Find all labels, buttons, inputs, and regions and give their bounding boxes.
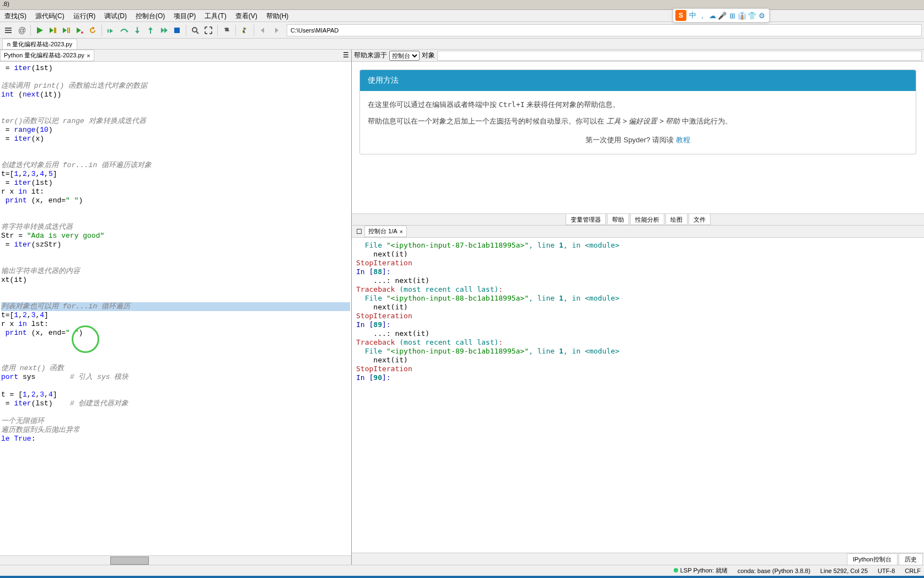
right-tab-变量管理器[interactable]: 变量管理器 — [566, 214, 606, 225]
console-tab[interactable]: 控制台 1/A × — [364, 226, 407, 237]
code-line[interactable] — [1, 285, 350, 293]
run-selection-icon[interactable] — [73, 24, 85, 36]
code-line[interactable] — [1, 258, 350, 267]
console-navigate-icon[interactable]: ☐ — [356, 228, 362, 236]
right-tab-文件[interactable]: 文件 — [689, 214, 711, 225]
code-line[interactable]: 一个无限循环 — [1, 417, 350, 426]
code-line[interactable]: int (next(it)) — [1, 90, 350, 99]
preferences-icon[interactable] — [221, 24, 233, 36]
code-line[interactable] — [1, 152, 350, 161]
ime-item[interactable]: ⚙ — [757, 10, 767, 20]
windows-taskbar[interactable] — [0, 576, 924, 578]
run-cell-icon[interactable] — [47, 24, 59, 36]
menu-工具(T)[interactable]: 工具(T) — [200, 10, 230, 22]
code-line[interactable]: = iter(lst) # 创建迭代器对象 — [1, 399, 350, 408]
code-line[interactable]: 将字符串转换成迭代器 — [1, 223, 350, 232]
stop-icon[interactable] — [171, 24, 183, 36]
menu-查看(V)[interactable]: 查看(V) — [231, 10, 262, 22]
at-icon[interactable]: @ — [15, 24, 28, 36]
zoom-in-icon[interactable] — [189, 24, 201, 36]
code-line[interactable]: Str = "Ada is very good" — [1, 232, 350, 240]
right-tab-性能分析[interactable]: 性能分析 — [630, 214, 664, 225]
editor-menu-icon[interactable]: ☰ — [343, 51, 349, 59]
outline-icon[interactable] — [2, 24, 14, 36]
back-icon[interactable] — [257, 24, 269, 36]
code-line[interactable] — [1, 99, 350, 108]
ime-item[interactable]: 👕 — [747, 10, 757, 20]
outer-file-tab[interactable]: n 量化编程基础-2023.py — [2, 39, 77, 49]
code-line[interactable]: t=[1,2,3,4,5] — [1, 170, 350, 179]
editor-hscroll[interactable] — [0, 555, 351, 565]
forward-icon[interactable] — [270, 24, 282, 36]
help-object-input[interactable] — [437, 51, 922, 61]
code-line[interactable] — [1, 355, 350, 364]
code-line[interactable]: port sys # 引入 sys 模块 — [1, 373, 350, 382]
code-editor[interactable]: = iter(lst)连续调用 print() 函数输出迭代对象的数据int (… — [0, 62, 351, 555]
menu-源代码(C)[interactable]: 源代码(C) — [31, 10, 69, 22]
ime-item[interactable]: 🎤 — [717, 10, 727, 20]
code-line[interactable] — [1, 382, 350, 390]
ime-item[interactable]: ⊞ — [727, 10, 737, 20]
code-line[interactable] — [1, 346, 350, 355]
ime-item[interactable]: , — [697, 10, 707, 20]
code-line[interactable]: t = [1,2,3,4] — [1, 390, 350, 399]
code-line[interactable]: r x in lst: — [1, 320, 350, 329]
code-line[interactable] — [1, 338, 350, 346]
code-line[interactable]: = range(10) — [1, 126, 350, 135]
menu-运行(R)[interactable]: 运行(R) — [69, 10, 100, 22]
editor-file-tab[interactable]: Python 量化编程基础-2023.py × — [0, 50, 94, 61]
code-line[interactable]: = iter(lst) — [1, 64, 350, 73]
code-line[interactable]: 创建迭代对象后用 for...in 循环遍历该对象 — [1, 161, 350, 170]
menu-帮助(H)[interactable]: 帮助(H) — [262, 10, 293, 22]
help-source-select[interactable]: 控制台 — [389, 51, 420, 61]
code-line[interactable] — [1, 143, 350, 152]
close-tab-icon[interactable]: × — [87, 52, 90, 59]
ime-item[interactable]: 👔 — [737, 10, 747, 20]
menu-项目(P)[interactable]: 项目(P) — [169, 10, 200, 22]
ipython-console[interactable]: File "<ipython-input-87-bc1ab118995a>", … — [352, 238, 924, 553]
ime-item[interactable]: ☁ — [707, 10, 717, 20]
code-line[interactable]: t=[1,2,3,4] — [1, 311, 350, 320]
rerun-icon[interactable] — [87, 24, 99, 36]
code-line[interactable]: = iter(x) — [1, 135, 350, 143]
code-line[interactable] — [1, 73, 350, 82]
fullscreen-icon[interactable] — [202, 24, 214, 36]
code-line[interactable]: print (x, end=" ") — [1, 329, 350, 338]
ime-toolbar[interactable]: S 中,☁🎤⊞👔👕⚙ — [673, 8, 770, 23]
code-line[interactable]: = iter(lst) — [1, 179, 350, 188]
code-line[interactable]: ter()函数可以把 range 对象转换成迭代器 — [1, 117, 350, 126]
code-line[interactable]: r x in it: — [1, 188, 350, 196]
bottom-tab-历史[interactable]: 历史 — [899, 553, 923, 565]
right-tab-绘图[interactable]: 绘图 — [665, 214, 687, 225]
code-line[interactable]: 列表对象也可以用 for...in 循环遍历 — [1, 302, 350, 311]
code-line[interactable]: 连续调用 print() 函数输出迭代对象的数据 — [1, 82, 350, 90]
code-line[interactable] — [1, 408, 350, 417]
bottom-tab-IPython控制台[interactable]: IPython控制台 — [847, 553, 898, 565]
code-line[interactable]: = iter(szStr) — [1, 240, 350, 249]
step-into-icon[interactable] — [131, 24, 143, 36]
menu-调试(D)[interactable]: 调试(D) — [100, 10, 131, 22]
code-line[interactable] — [1, 249, 350, 258]
step-out-icon[interactable] — [144, 24, 157, 36]
run-cell-advance-icon[interactable] — [60, 24, 72, 36]
code-line[interactable]: 遍历数据到头后抛出异常 — [1, 426, 350, 435]
menu-查找(S)[interactable]: 查找(S) — [0, 10, 31, 22]
code-line[interactable] — [1, 108, 350, 117]
working-dir-input[interactable] — [287, 24, 922, 36]
right-tab-帮助[interactable]: 帮助 — [607, 214, 629, 225]
code-line[interactable] — [1, 214, 350, 223]
close-console-icon[interactable]: × — [400, 228, 403, 235]
code-line[interactable]: print (x, end=" ") — [1, 196, 350, 205]
code-line[interactable]: le True: — [1, 435, 350, 443]
code-line[interactable]: 输出字符串迭代器的内容 — [1, 267, 350, 276]
code-line[interactable] — [1, 205, 350, 214]
code-line[interactable] — [1, 293, 350, 302]
pythonpath-icon[interactable] — [239, 24, 251, 36]
tutorial-link[interactable]: 教程 — [676, 136, 690, 144]
code-line[interactable]: 使用 next() 函数 — [1, 364, 350, 373]
run-icon[interactable] — [34, 24, 46, 36]
debug-step-icon[interactable] — [105, 24, 117, 36]
ime-item[interactable]: 中 — [687, 10, 697, 20]
continue-icon[interactable] — [158, 24, 170, 36]
menu-控制台(O)[interactable]: 控制台(O) — [131, 10, 169, 22]
